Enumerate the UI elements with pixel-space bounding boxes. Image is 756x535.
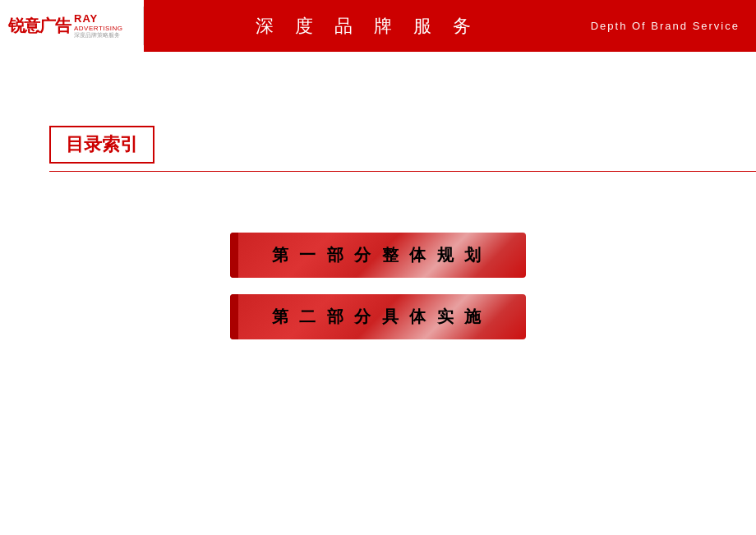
title-underline xyxy=(49,171,756,172)
header: 锐意广告 RAY ADVERTISING 深度品牌策略服务 深 度 品 牌 服 … xyxy=(0,0,756,52)
menu-button-1[interactable]: 第 一 部 分 整 体 规 划 xyxy=(230,233,526,278)
page-title: 目录索引 xyxy=(66,132,138,157)
logo-chinese-text: 锐意广告 xyxy=(8,15,71,37)
title-box: 目录索引 xyxy=(49,126,154,164)
menu-button-2-bar xyxy=(230,294,238,339)
logo-container: 锐意广告 RAY ADVERTISING 深度品牌策略服务 xyxy=(0,0,144,52)
main-content: 目录索引 第 一 部 分 整 体 规 划 第 二 部 分 具 体 实 施 xyxy=(0,52,756,535)
header-slogan: 深 度 品 牌 服 务 xyxy=(144,14,591,39)
menu-button-1-bar xyxy=(230,233,238,278)
menu-section: 第 一 部 分 整 体 规 划 第 二 部 分 具 体 实 施 xyxy=(0,233,756,339)
menu-button-2-label: 第 二 部 分 具 体 实 施 xyxy=(272,306,485,328)
logo-english-text: RAY xyxy=(74,12,123,25)
logo-advertising-text: ADVERTISING xyxy=(74,25,123,32)
logo-sub-text: 深度品牌策略服务 xyxy=(74,32,123,39)
header-service-text: Depth Of Brand Service xyxy=(591,20,756,32)
logo-divider xyxy=(143,7,144,45)
title-section: 目录索引 xyxy=(49,126,154,164)
menu-button-1-label: 第 一 部 分 整 体 规 划 xyxy=(272,244,485,266)
menu-button-2[interactable]: 第 二 部 分 具 体 实 施 xyxy=(230,294,526,339)
